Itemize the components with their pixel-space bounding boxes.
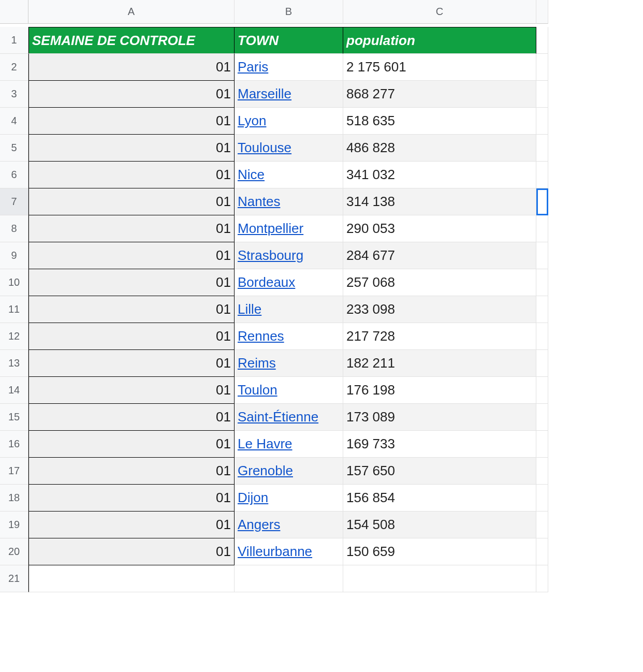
cell-extra-1[interactable] <box>536 27 548 54</box>
cell-extra-18[interactable] <box>536 485 548 512</box>
cell-A7[interactable]: 01 <box>28 188 235 215</box>
row-header-4[interactable]: 4 <box>0 108 28 135</box>
row-header-19[interactable]: 19 <box>0 512 28 538</box>
cell-extra-17[interactable] <box>536 458 548 485</box>
row-header-15[interactable]: 15 <box>0 404 28 431</box>
cell-extra-2[interactable] <box>536 54 548 81</box>
cell-C15[interactable]: 173 089 <box>343 404 536 431</box>
cell-A16[interactable]: 01 <box>28 431 235 458</box>
cell-C11[interactable]: 233 098 <box>343 296 536 323</box>
cell-A18[interactable]: 01 <box>28 485 235 512</box>
row-header-2[interactable]: 2 <box>0 54 28 81</box>
cell-A11[interactable]: 01 <box>28 296 235 323</box>
cell-extra-16[interactable] <box>536 431 548 458</box>
cell-B1[interactable]: TOWN <box>235 27 343 54</box>
row-header-8[interactable]: 8 <box>0 215 28 242</box>
cell-A3[interactable]: 01 <box>28 81 235 108</box>
cell-A15[interactable]: 01 <box>28 404 235 431</box>
cell-B8[interactable]: Montpellier <box>235 215 343 242</box>
cell-B2[interactable]: Paris <box>235 54 343 81</box>
row-header-17[interactable]: 17 <box>0 458 28 485</box>
cell-B19[interactable]: Angers <box>235 512 343 538</box>
cell-extra-8[interactable] <box>536 215 548 242</box>
row-header-1[interactable]: 1 <box>0 27 28 54</box>
row-header-6[interactable]: 6 <box>0 162 28 188</box>
cell-extra-4[interactable] <box>536 108 548 135</box>
cell-extra-13[interactable] <box>536 350 548 377</box>
cell-extra-10[interactable] <box>536 269 548 296</box>
cell-extra-7[interactable] <box>536 188 548 215</box>
cell-extra-5[interactable] <box>536 135 548 162</box>
cell-A14[interactable]: 01 <box>28 377 235 404</box>
cell-B7[interactable]: Nantes <box>235 188 343 215</box>
cell-B17[interactable]: Grenoble <box>235 458 343 485</box>
cell-A2[interactable]: 01 <box>28 54 235 81</box>
cell-B5[interactable]: Toulouse <box>235 135 343 162</box>
cell-A17[interactable]: 01 <box>28 458 235 485</box>
cell-C4[interactable]: 518 635 <box>343 108 536 135</box>
cell-extra-6[interactable] <box>536 162 548 188</box>
cell-extra-12[interactable] <box>536 323 548 350</box>
row-header-7[interactable]: 7 <box>0 188 28 215</box>
cell-C18[interactable]: 156 854 <box>343 485 536 512</box>
cell-C9[interactable]: 284 677 <box>343 242 536 269</box>
cell-C20[interactable]: 150 659 <box>343 538 536 565</box>
row-header-3[interactable]: 3 <box>0 81 28 108</box>
cell-extra-19[interactable] <box>536 512 548 538</box>
row-header-10[interactable]: 10 <box>0 269 28 296</box>
row-header-20[interactable]: 20 <box>0 538 28 565</box>
cell-B14[interactable]: Toulon <box>235 377 343 404</box>
row-header-11[interactable]: 11 <box>0 296 28 323</box>
cell-C5[interactable]: 486 828 <box>343 135 536 162</box>
col-header-c[interactable]: C <box>343 0 536 24</box>
col-header-a[interactable]: A <box>28 0 235 24</box>
cell-A19[interactable]: 01 <box>28 512 235 538</box>
row-header-12[interactable]: 12 <box>0 323 28 350</box>
cell-A5[interactable]: 01 <box>28 135 235 162</box>
cell-A4[interactable]: 01 <box>28 108 235 135</box>
cell-C7[interactable]: 314 138 <box>343 188 536 215</box>
cell-extra-11[interactable] <box>536 296 548 323</box>
cell-C3[interactable]: 868 277 <box>343 81 536 108</box>
cell-A9[interactable]: 01 <box>28 242 235 269</box>
row-header-13[interactable]: 13 <box>0 350 28 377</box>
cell-A20[interactable]: 01 <box>28 538 235 565</box>
cell-B21[interactable] <box>235 565 343 592</box>
cell-B12[interactable]: Rennes <box>235 323 343 350</box>
cell-A21[interactable] <box>28 565 235 592</box>
col-header-extra[interactable] <box>536 0 548 24</box>
cell-A8[interactable]: 01 <box>28 215 235 242</box>
cell-B10[interactable]: Bordeaux <box>235 269 343 296</box>
cell-extra-15[interactable] <box>536 404 548 431</box>
cell-B16[interactable]: Le Havre <box>235 431 343 458</box>
cell-C14[interactable]: 176 198 <box>343 377 536 404</box>
cell-C13[interactable]: 182 211 <box>343 350 536 377</box>
cell-C16[interactable]: 169 733 <box>343 431 536 458</box>
cell-A13[interactable]: 01 <box>28 350 235 377</box>
cell-extra-9[interactable] <box>536 242 548 269</box>
row-header-16[interactable]: 16 <box>0 431 28 458</box>
cell-A12[interactable]: 01 <box>28 323 235 350</box>
cell-A10[interactable]: 01 <box>28 269 235 296</box>
cell-C8[interactable]: 290 053 <box>343 215 536 242</box>
cell-C2[interactable]: 2 175 601 <box>343 54 536 81</box>
col-header-b[interactable]: B <box>235 0 343 24</box>
cell-B15[interactable]: Saint-Étienne <box>235 404 343 431</box>
cell-A1[interactable]: SEMAINE DE CONTROLE <box>28 27 235 54</box>
row-header-21[interactable]: 21 <box>0 565 28 592</box>
cell-B18[interactable]: Dijon <box>235 485 343 512</box>
cell-B3[interactable]: Marseille <box>235 81 343 108</box>
cell-extra-3[interactable] <box>536 81 548 108</box>
cell-A6[interactable]: 01 <box>28 162 235 188</box>
row-header-18[interactable]: 18 <box>0 485 28 512</box>
cell-B6[interactable]: Nice <box>235 162 343 188</box>
cell-extra-21[interactable] <box>536 565 548 592</box>
spreadsheet-grid[interactable]: A B C 1 SEMAINE DE CONTROLE TOWN populat… <box>0 0 548 592</box>
cell-C10[interactable]: 257 068 <box>343 269 536 296</box>
cell-B4[interactable]: Lyon <box>235 108 343 135</box>
select-all-corner[interactable] <box>0 0 28 24</box>
cell-B9[interactable]: Strasbourg <box>235 242 343 269</box>
cell-C1[interactable]: population <box>343 27 536 54</box>
cell-B11[interactable]: Lille <box>235 296 343 323</box>
row-header-9[interactable]: 9 <box>0 242 28 269</box>
